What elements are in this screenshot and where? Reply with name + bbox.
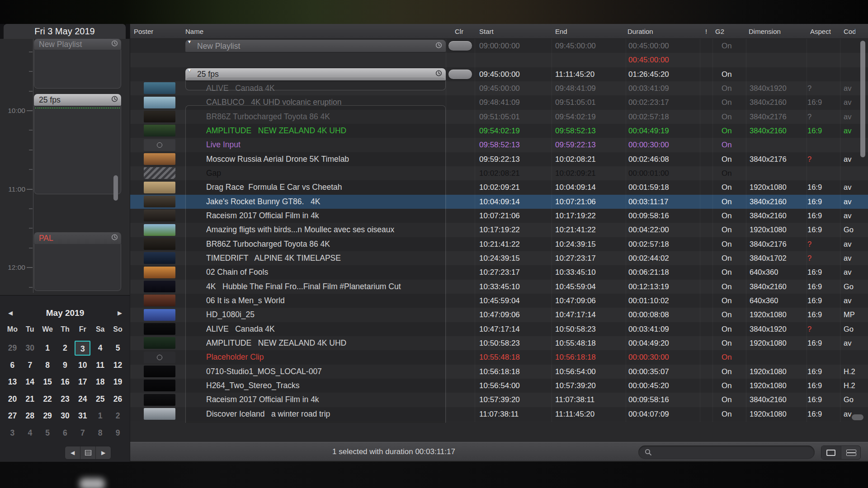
end-timecode: 09:58:52:13: [555, 124, 596, 138]
aspect-value: ?: [807, 152, 811, 166]
status-bar: 1 selected with duration 00:03:11:17: [130, 442, 868, 462]
duration-timecode: 00:02:57:18: [628, 237, 669, 251]
poster-thumbnail: [144, 252, 175, 264]
duration-timecode: 00:04:49:20: [628, 336, 669, 350]
g2-status: On: [722, 379, 732, 393]
duration-timecode: 00:03:41:09: [628, 81, 669, 95]
duration-timecode: 00:02:57:18: [628, 110, 669, 124]
poster-thumbnail: [144, 337, 175, 349]
end-timecode: 09:45:00:00: [555, 39, 596, 53]
dimension-value: 3840x2160: [750, 124, 787, 138]
start-timecode: 10:21:41:22: [479, 237, 520, 251]
search-field[interactable]: [638, 446, 815, 459]
start-timecode: 09:45:00:00: [479, 67, 520, 81]
codec-value: H.2: [844, 365, 866, 379]
clr-pill-button[interactable]: [448, 41, 472, 51]
dimension-value: 640x360: [750, 265, 778, 279]
aspect-value: ?: [807, 322, 811, 336]
poster-thumbnail: [144, 238, 175, 250]
poster-thumbnail: [144, 210, 175, 221]
clr-pill-button[interactable]: [448, 70, 472, 79]
end-timecode: 10:56:18:18: [555, 350, 596, 364]
duration-timecode: 00:04:07:09: [628, 407, 669, 421]
duration-timecode: 00:04:22:00: [628, 223, 669, 237]
group-content-outline: [185, 105, 446, 444]
g2-status: On: [722, 166, 732, 180]
codec-value: av: [844, 294, 866, 308]
poster-thumbnail: [144, 295, 175, 306]
dimension-value: 868x488: [750, 365, 787, 379]
dimension-value: 3840x2160: [750, 95, 787, 109]
playlist-row[interactable]: ▼New Playlist09:00:00:0009:45:00:0000:45…: [130, 39, 868, 53]
g2-status: On: [722, 365, 732, 379]
end-timecode: 11:11:45:20: [555, 407, 594, 421]
g2-status: On: [722, 81, 732, 95]
g2-status: On: [722, 265, 732, 279]
disclosure-triangle-icon[interactable]: ▼: [187, 39, 192, 44]
poster-thumbnail: [144, 182, 175, 193]
search-input[interactable]: [656, 446, 809, 458]
aspect-value: 16:9: [807, 393, 822, 407]
duration-timecode: 00:00:30:00: [628, 138, 669, 152]
disclosure-triangle-icon[interactable]: ▼: [187, 68, 192, 73]
codec-value: av: [844, 209, 866, 223]
poster-thumbnail-placeholder: [144, 352, 175, 363]
aspect-value: ?: [807, 237, 811, 251]
codec-value: av: [844, 251, 866, 265]
g2-status: On: [722, 180, 732, 194]
dimension-value: 3840x2176: [750, 152, 787, 166]
start-timecode: 10:02:09:21: [479, 180, 520, 194]
duration-timecode: 00:00:30:00: [628, 350, 669, 364]
start-timecode: 09:00:00:00: [479, 39, 520, 53]
search-icon: [645, 449, 652, 458]
poster-thumbnail: [144, 323, 175, 335]
dimension-value: 3840x2160: [750, 195, 787, 209]
poster-thumbnail-stripes: [144, 167, 175, 179]
column-separator: [446, 39, 446, 422]
group-content-outline: [185, 77, 446, 90]
poster-thumbnail: [144, 153, 175, 165]
duration-timecode: 00:00:35:07: [628, 365, 669, 379]
list-view-button[interactable]: [841, 446, 861, 459]
table-scroll-corner[interactable]: [852, 414, 863, 420]
group-header-bar[interactable]: ▼New Playlist: [185, 40, 446, 52]
end-timecode: 11:07:38:11: [555, 393, 594, 407]
aspect-value: 16:9: [807, 365, 822, 379]
selection-status-text: 1 selected with duration 00:03:11:17: [130, 442, 657, 461]
codec-value: av: [844, 180, 866, 194]
table-vertical-scrollbar-thumb[interactable]: [860, 41, 865, 157]
duration-timecode: 00:02:46:08: [628, 152, 669, 166]
codec-value: av: [844, 265, 866, 279]
playlist-row[interactable]: 00:45:00:00: [130, 53, 868, 67]
end-timecode: 10:56:54:00: [555, 365, 596, 379]
aspect-value: 16:9: [807, 407, 822, 421]
aspect-value: 16:9: [807, 209, 822, 223]
duration-timecode: 00:00:08:08: [628, 308, 669, 322]
view-toggle-group: [821, 446, 861, 460]
duration-timecode: 00:01:10:02: [628, 294, 669, 308]
g2-status: On: [722, 251, 732, 265]
g2-status: On: [722, 39, 732, 53]
start-timecode: 10:27:23:17: [479, 265, 520, 279]
duration-timecode: 00:03:41:09: [628, 322, 669, 336]
aspect-value: 16:9: [807, 195, 822, 209]
single-view-button[interactable]: [821, 446, 841, 459]
poster-thumbnail: [144, 394, 175, 406]
column-separator: [807, 39, 807, 422]
start-timecode: 10:56:18:18: [479, 365, 520, 379]
start-timecode: 10:33:45:10: [479, 280, 520, 294]
poster-thumbnail: [144, 267, 175, 278]
codec-value: Go: [844, 393, 866, 407]
dimension-value: 3840x2160: [750, 209, 787, 223]
g2-status: On: [722, 152, 732, 166]
dimension-value: 3840x1920: [750, 322, 787, 336]
end-timecode: 09:54:02:19: [555, 110, 596, 124]
end-timecode: 11:11:45:20: [555, 67, 594, 81]
poster-thumbnail: [144, 224, 175, 236]
start-timecode: 09:45:00:00: [479, 81, 520, 95]
g2-status: On: [722, 294, 732, 308]
g2-status: On: [722, 308, 732, 322]
duration-timecode: 00:02:44:02: [628, 251, 669, 265]
end-timecode: 10:47:17:14: [555, 308, 596, 322]
start-timecode: 10:17:19:22: [479, 223, 520, 237]
